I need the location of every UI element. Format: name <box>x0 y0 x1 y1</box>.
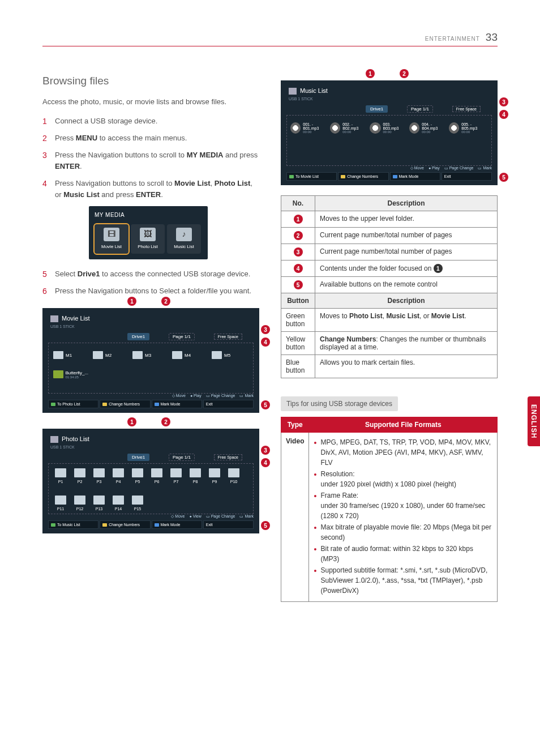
button-bar: To Photo List Change Numbers Mark Mode E… <box>48 400 254 408</box>
photo-item[interactable]: P10 <box>225 467 242 492</box>
folder-icon <box>93 351 103 359</box>
button-bar: To Music List Change Numbers Mark Mode E… <box>48 520 254 529</box>
green-dot-icon <box>51 523 55 527</box>
folder-item[interactable]: M5 <box>211 347 248 364</box>
folder-icon <box>53 351 63 359</box>
folder-icon <box>55 468 66 477</box>
language-tab: ENGLISH <box>528 396 540 446</box>
yellow-button-label: Yellow button <box>281 332 315 355</box>
item-label: P7 <box>174 480 179 484</box>
music-list-tile[interactable]: ♪ Music List <box>167 224 201 254</box>
desc-5: Available buttons on the remote control <box>315 277 498 293</box>
step-4: Press Navigation buttons to scroll to Mo… <box>42 178 259 259</box>
mark-mode-button[interactable]: Mark Mode <box>390 172 440 181</box>
music-icon <box>289 88 297 95</box>
item-label: P6 <box>155 480 160 484</box>
callout-description-table: No.Description 1Moves to the upper level… <box>281 195 498 378</box>
music-track[interactable]: 004. - B04.mp300:00 <box>409 119 447 137</box>
photo-item[interactable]: P2 <box>71 467 88 492</box>
photo-item[interactable]: P5 <box>129 467 146 492</box>
track-name: 005. - B05.mp3 <box>461 122 486 130</box>
drive-chip[interactable]: Drive1 <box>127 454 149 461</box>
menu-label: MENU <box>76 134 97 142</box>
my-media-title: MY MEDIA <box>95 211 202 220</box>
music-track[interactable]: 003. B03.mp300:00 <box>370 119 407 137</box>
change-numbers-button[interactable]: Change Numbers <box>100 520 150 529</box>
movie-icon: 🎞 <box>104 228 119 241</box>
blue-dot-icon <box>393 175 397 178</box>
btn-label: Exit <box>444 174 451 178</box>
green-button-desc: Moves to Photo List, Music List, or Movi… <box>315 309 498 332</box>
to-music-list-button[interactable]: To Music List <box>48 520 98 529</box>
folder-icon <box>132 351 143 359</box>
folder-icon <box>113 496 124 505</box>
drive-chip[interactable]: Drive1 <box>366 105 388 113</box>
photo-item[interactable]: P8 <box>187 467 204 492</box>
view-hint: View <box>193 514 202 518</box>
photo-item[interactable]: P7 <box>168 467 185 492</box>
music-track[interactable]: 002. - B02.mp300:00 <box>330 119 367 137</box>
exit-button[interactable]: Exit <box>203 520 254 529</box>
text: Movie List <box>62 315 90 322</box>
btn-label: Mark Mode <box>161 402 181 406</box>
to-photo-list-button[interactable]: To Photo List <box>48 400 98 408</box>
supported-formats-table: TypeSupported File Formats Video MPG, MP… <box>281 417 498 602</box>
music-track[interactable]: 005. - B05.mp300:00 <box>449 119 486 137</box>
photo-item[interactable]: P3 <box>91 467 108 492</box>
item-label: P12 <box>76 507 83 511</box>
callout-2-icon: 2 <box>161 297 170 306</box>
text: Music List <box>300 87 328 94</box>
track-duration: 00:00 <box>303 130 328 134</box>
folder-item[interactable]: M3 <box>131 347 169 364</box>
free-space: Free Space <box>452 106 481 112</box>
photo-list-tile[interactable]: 🖼 Photo List <box>131 224 165 254</box>
photo-item[interactable]: P6 <box>148 467 165 492</box>
blue-dot-icon <box>155 523 159 527</box>
photo-item[interactable]: P1 <box>52 467 69 492</box>
photo-item[interactable]: P4 <box>110 467 127 492</box>
item-label: P5 <box>135 480 140 484</box>
folder-item[interactable]: M4 <box>171 347 208 364</box>
format-audio: Bit rate of audio format: within 32 kbps… <box>314 544 492 564</box>
movie-file-item[interactable]: Butterfly_...01:34:25 <box>52 366 89 383</box>
text: Photo List <box>349 312 383 320</box>
video-formats: MPG, MPEG, DAT, TS, TRP, TP, VOD, MP4, M… <box>309 433 498 602</box>
folder-icon <box>93 468 105 477</box>
col-no: No. <box>281 196 315 211</box>
exit-button[interactable]: Exit <box>203 400 254 408</box>
btn-label: To Movie List <box>295 174 319 178</box>
movie-list-panel: 3 4 5 Movie List USB 1 STICK Drive1 Page… <box>42 308 259 413</box>
exit-button[interactable]: Exit <box>442 172 492 181</box>
mark-hint: Mark <box>245 394 254 398</box>
text: Frame Rate: <box>320 492 358 499</box>
col-desc: Description <box>315 196 498 211</box>
folder-icon <box>190 468 201 477</box>
folder-icon <box>172 351 182 359</box>
item-label: P2 <box>78 480 83 484</box>
enter-label: ENTER <box>55 162 80 170</box>
folder-item[interactable]: M2 <box>92 347 129 364</box>
change-numbers-button[interactable]: Change Numbers <box>100 400 150 408</box>
text: , or <box>419 312 431 320</box>
photo-grid: P1P2P3P4P5P6P7P8P9P10P11P12P13P14P15 <box>48 463 254 514</box>
change-numbers-button[interactable]: Change Numbers <box>338 172 388 181</box>
drive-chip[interactable]: Drive1 <box>127 333 149 340</box>
callout-4-icon: 4 <box>261 338 270 347</box>
movie-list-tile[interactable]: 🎞 Movie List <box>95 224 128 254</box>
photo-item[interactable]: P9 <box>206 467 223 492</box>
mark-mode-button[interactable]: Mark Mode <box>152 400 202 408</box>
btn-label: Mark Mode <box>399 174 419 178</box>
text: Contents under the folder focused on <box>320 264 434 272</box>
to-movie-list-button[interactable]: To Movie List <box>286 172 337 181</box>
item-label: P14 <box>115 507 122 511</box>
music-track[interactable]: 001. - B01.mp300:00 <box>290 119 328 137</box>
mark-mode-button[interactable]: Mark Mode <box>152 520 202 529</box>
text: . <box>80 162 82 170</box>
file-name: Butterfly_... <box>66 370 88 375</box>
folder-icon <box>74 468 85 477</box>
blue-button-label: Blue button <box>281 355 315 378</box>
movie-file-icon <box>53 370 63 378</box>
folder-item[interactable]: M1 <box>52 347 89 364</box>
mark-hint: Mark <box>483 166 492 170</box>
callout-3-icon: 3 <box>261 325 270 334</box>
